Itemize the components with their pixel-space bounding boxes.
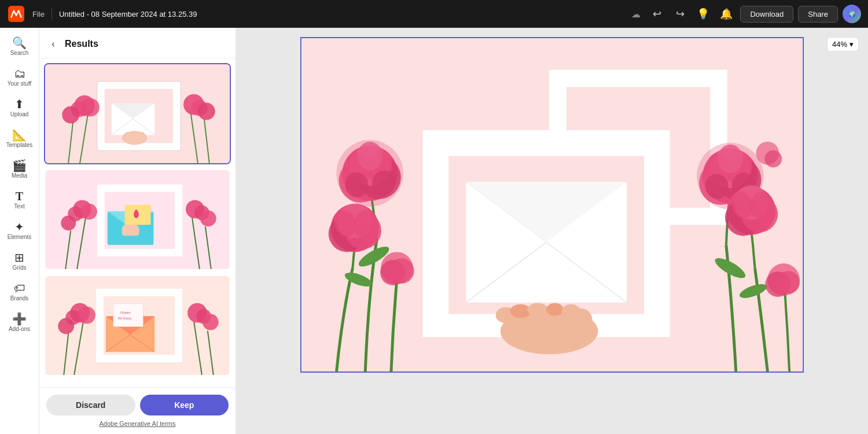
svg-point-74: [510, 304, 531, 318]
discard-button[interactable]: Discard: [46, 395, 135, 415]
svg-point-121: [764, 150, 782, 168]
results-panel: ‹ Results: [39, 28, 236, 434]
topbar: File Untitled - 08 September 2024 at 13.…: [0, 0, 868, 28]
results-list: Happy Birthday: [39, 58, 236, 387]
svg-text:Happy: Happy: [120, 310, 131, 315]
undo-button[interactable]: ↩: [648, 5, 666, 23]
sidebar-item-add-ons-label: Add-ons: [9, 326, 30, 332]
sidebar-item-brands-label: Brands: [10, 295, 29, 301]
svg-point-13: [81, 98, 100, 117]
keep-button[interactable]: Keep: [140, 395, 229, 415]
sidebar-item-upload-label: Upload: [10, 111, 29, 117]
svg-point-98: [389, 258, 414, 284]
sidebar-item-upload[interactable]: ⬆ Upload: [2, 94, 37, 122]
topbar-actions: ↩ ↪ 💡 🔔 Download Share 🌍: [648, 5, 861, 23]
app-logo[interactable]: [7, 5, 25, 23]
ai-terms-link[interactable]: Adobe Generative AI terms: [46, 420, 229, 427]
svg-point-77: [562, 304, 580, 318]
svg-point-76: [546, 303, 564, 316]
zoom-chevron-icon: ▾: [849, 40, 854, 49]
cloud-icon: ☁: [631, 9, 641, 20]
divider: [52, 8, 52, 20]
svg-rect-27: [122, 227, 139, 236]
result-2-image: [45, 170, 230, 269]
svg-point-39: [200, 211, 216, 227]
results-header: ‹ Results: [39, 28, 236, 58]
svg-point-108: [718, 145, 743, 174]
media-icon: 🎬: [12, 160, 27, 171]
svg-point-60: [203, 314, 219, 330]
result-item-3[interactable]: Happy Birthday: [44, 275, 231, 376]
sidebar-item-elements[interactable]: ✦ Elements: [2, 216, 37, 245]
user-avatar[interactable]: 🌍: [843, 5, 861, 23]
add-ons-icon: ➕: [12, 313, 27, 325]
sidebar-item-search-label: Search: [10, 50, 29, 56]
elements-icon: ✦: [14, 221, 24, 233]
main-content: 🔍 Search 🗂 Your stuff ⬆ Upload 📐 Templat…: [0, 28, 868, 434]
result-item-1-inner: [45, 64, 230, 163]
sidebar-item-media-label: Media: [12, 172, 27, 179]
sidebar: 🔍 Search 🗂 Your stuff ⬆ Upload 📐 Templat…: [0, 28, 39, 434]
svg-point-32: [81, 204, 97, 220]
svg-rect-9: [125, 132, 145, 141]
sidebar-item-grids[interactable]: ⊞ Grids: [2, 247, 37, 275]
sidebar-item-brands[interactable]: 🏷 Brands: [2, 278, 37, 306]
sidebar-item-media[interactable]: 🎬 Media: [2, 155, 37, 183]
canvas-image: [301, 38, 803, 372]
sidebar-item-text-label: Text: [14, 203, 24, 209]
action-buttons: Discard Keep: [46, 395, 229, 415]
canvas-area[interactable]: 44% ▾: [236, 28, 868, 434]
svg-point-87: [357, 142, 382, 171]
templates-icon: 📐: [12, 129, 27, 141]
sidebar-item-text[interactable]: T Text: [2, 186, 37, 214]
svg-text:Birthday: Birthday: [118, 316, 133, 321]
result-1-image: [45, 64, 230, 163]
sidebar-item-search[interactable]: 🔍 Search: [2, 32, 37, 61]
sidebar-item-your-stuff-label: Your stuff: [8, 80, 32, 87]
zoom-value: 44%: [832, 40, 847, 49]
magic-button[interactable]: 💡: [694, 5, 712, 23]
result-3-image: Happy Birthday: [45, 276, 230, 375]
search-icon: 🔍: [12, 37, 27, 49]
svg-rect-0: [8, 6, 24, 22]
download-button[interactable]: Download: [740, 6, 793, 23]
result-item-3-inner: Happy Birthday: [45, 276, 230, 375]
text-icon: T: [16, 190, 23, 202]
canvas-frame[interactable]: [300, 37, 804, 373]
result-item-2[interactable]: [44, 169, 231, 270]
upload-icon: ⬆: [14, 98, 24, 110]
redo-button[interactable]: ↪: [671, 5, 689, 23]
avatar-image: 🌍: [843, 5, 861, 23]
back-button[interactable]: ‹: [46, 37, 60, 51]
sidebar-item-templates-label: Templates: [6, 142, 33, 148]
sidebar-item-your-stuff[interactable]: 🗂 Your stuff: [2, 63, 37, 91]
svg-point-15: [62, 106, 79, 124]
notifications-button[interactable]: 🔔: [717, 5, 735, 23]
sidebar-item-templates[interactable]: 📐 Templates: [2, 124, 37, 153]
results-footer: Discard Keep Adobe Generative AI terms: [39, 387, 236, 434]
sidebar-item-elements-label: Elements: [8, 234, 32, 240]
sidebar-item-grids-label: Grids: [13, 264, 27, 271]
svg-point-75: [527, 303, 548, 316]
your-stuff-icon: 🗂: [14, 68, 25, 79]
sidebar-item-add-ons[interactable]: ➕ Add-ons: [2, 308, 37, 337]
result-item-1[interactable]: [44, 63, 231, 164]
zoom-control[interactable]: 44% ▾: [827, 37, 859, 52]
svg-point-20: [198, 103, 215, 120]
grids-icon: ⊞: [14, 252, 24, 263]
share-button[interactable]: Share: [798, 6, 838, 23]
result-item-2-inner: [45, 170, 230, 269]
svg-point-55: [58, 318, 74, 334]
document-title: Untitled - 08 September 2024 at 13.25.39: [59, 10, 623, 19]
svg-point-34: [61, 216, 76, 231]
brands-icon: 🏷: [14, 282, 25, 294]
file-menu[interactable]: File: [32, 10, 45, 19]
results-title: Results: [65, 39, 98, 49]
svg-point-53: [78, 307, 95, 324]
svg-point-119: [777, 271, 800, 294]
